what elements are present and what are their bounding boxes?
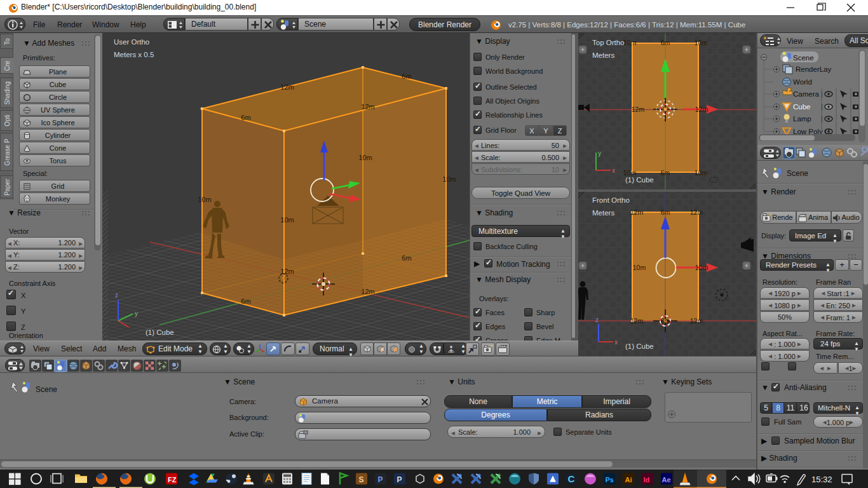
- svg-text:User Ortho: User Ortho: [114, 38, 149, 46]
- svg-text:15:32: 15:32: [811, 475, 832, 484]
- svg-text:10m: 10m: [633, 264, 646, 271]
- svg-text:12m: 12m: [361, 103, 374, 111]
- svg-text:6m: 6m: [241, 297, 250, 305]
- svg-text:6m: 6m: [661, 169, 670, 177]
- svg-text:Ae: Ae: [662, 476, 671, 484]
- svg-text:10m: 10m: [695, 169, 708, 177]
- svg-text:FZ: FZ: [168, 476, 177, 484]
- svg-text:Meters: Meters: [592, 209, 614, 217]
- svg-text:6m: 6m: [241, 114, 250, 121]
- svg-text:6m: 6m: [402, 72, 411, 80]
- svg-text:Camera: Camera: [793, 90, 820, 98]
- svg-text:(1) Cube: (1) Cube: [625, 342, 654, 350]
- svg-text:10m: 10m: [623, 39, 637, 46]
- svg-text:Cube: Cube: [793, 103, 811, 111]
- svg-text:P: P: [397, 475, 402, 484]
- svg-text:Ai: Ai: [625, 476, 632, 484]
- svg-text:12m: 12m: [632, 105, 645, 113]
- svg-text:Lamp: Lamp: [793, 115, 811, 123]
- svg-text:10m: 10m: [358, 154, 372, 161]
- svg-text:6m: 6m: [661, 39, 670, 46]
- svg-text:12m: 12m: [690, 317, 703, 325]
- svg-text:y: y: [135, 310, 138, 317]
- svg-text:10m: 10m: [442, 175, 456, 183]
- svg-text:10m: 10m: [198, 196, 211, 203]
- svg-text:z: z: [115, 292, 118, 299]
- svg-text:Front Ortho: Front Ortho: [592, 196, 630, 204]
- svg-text:z: z: [595, 316, 599, 323]
- svg-text:12m: 12m: [690, 208, 703, 216]
- svg-text:12m: 12m: [280, 268, 294, 275]
- svg-text:(1) Cube: (1) Cube: [625, 176, 654, 184]
- svg-text:RenderLay: RenderLay: [796, 65, 832, 73]
- svg-text:P: P: [378, 475, 383, 484]
- svg-text:10m: 10m: [695, 39, 708, 46]
- svg-text:Scene: Scene: [793, 54, 814, 62]
- svg-text:12m: 12m: [695, 105, 709, 113]
- svg-text:Top Ortho: Top Ortho: [592, 39, 625, 46]
- svg-text:12m: 12m: [630, 317, 644, 325]
- svg-text:10m: 10m: [280, 216, 294, 224]
- svg-text:World: World: [793, 78, 812, 86]
- svg-text:C: C: [568, 473, 575, 484]
- svg-text:x: x: [612, 167, 615, 174]
- svg-text:(1) Cube: (1) Cube: [146, 329, 174, 336]
- svg-text:Meters x 0.5: Meters x 0.5: [114, 51, 154, 58]
- svg-text:12m: 12m: [361, 288, 374, 295]
- svg-text:x: x: [614, 339, 618, 346]
- svg-text:6m: 6m: [661, 317, 670, 325]
- svg-text:Ps: Ps: [606, 476, 614, 484]
- svg-text:y: y: [598, 150, 601, 157]
- svg-text:Id: Id: [644, 476, 650, 484]
- svg-text:Meters: Meters: [592, 51, 614, 59]
- svg-text:12m: 12m: [280, 83, 294, 91]
- svg-text:6m: 6m: [402, 254, 411, 262]
- svg-text:10m: 10m: [695, 264, 709, 271]
- svg-text:S: S: [359, 475, 364, 484]
- svg-text:6m: 6m: [661, 208, 670, 216]
- svg-text:12m: 12m: [630, 208, 644, 216]
